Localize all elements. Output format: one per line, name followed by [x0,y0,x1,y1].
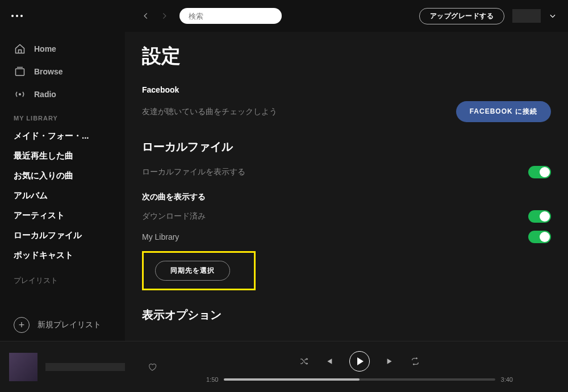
user-badge[interactable] [512,9,541,23]
search-input[interactable] [179,8,282,24]
downloaded-label: ダウンロード済み [142,211,206,222]
page-title: 設定 [142,43,551,69]
elapsed-time: 1:50 [206,376,218,383]
seek-bar[interactable] [224,378,495,381]
sidebar-item-label: Browse [34,67,63,76]
shuffle-icon[interactable] [299,357,308,366]
lib-liked-songs[interactable]: お気に入りの曲 [0,166,125,186]
svg-point-4 [19,93,21,95]
home-icon [14,43,26,55]
lib-podcasts[interactable]: ポッドキャスト [0,245,125,265]
sidebar-item-label: Home [34,44,56,53]
downloaded-toggle[interactable] [528,210,551,223]
browse-icon [14,66,26,77]
upgrade-button[interactable]: アップグレードする [419,8,505,24]
show-songs-heading: 次の曲を表示する [142,192,551,202]
local-files-heading: ローカルファイル [142,139,551,155]
plus-icon: + [14,317,30,333]
lib-made-for-you[interactable]: メイド・フォー・... [0,126,125,146]
nav-back-icon[interactable] [142,12,150,20]
lib-albums[interactable]: アルバム [0,186,125,206]
sidebar-item-radio[interactable]: Radio [0,83,125,106]
new-playlist-button[interactable]: + 新規プレイリスト [0,309,125,341]
sidebar-item-label: Radio [34,90,56,99]
facebook-desc: 友達が聴いている曲をチェックしよう [142,107,277,117]
new-playlist-label: 新規プレイリスト [37,320,101,330]
display-options-heading: 表示オプション [142,307,551,323]
show-local-files-toggle[interactable] [528,166,551,178]
like-button[interactable] [148,362,157,372]
album-art[interactable] [9,353,37,381]
lib-recently-played[interactable]: 最近再生した曲 [0,146,125,166]
previous-track-icon[interactable] [324,357,333,366]
sidebar-item-home[interactable]: Home [0,37,125,60]
radio-icon [14,89,26,100]
select-sync-target-button[interactable]: 同期先を選択 [155,261,230,281]
sync-highlight: 同期先を選択 [142,251,256,290]
repeat-icon[interactable] [411,357,420,366]
lib-artists[interactable]: アーティスト [0,206,125,226]
lib-local-files[interactable]: ローカルファイル [0,226,125,245]
nav-forward-icon[interactable] [160,12,168,20]
show-local-files-label: ローカルファイルを表示する [142,167,245,177]
play-button[interactable] [349,351,370,372]
menu-dots-icon[interactable] [11,15,23,17]
library-section-title: MY LIBRARY [0,106,125,126]
settings-page: 設定 Facebook 友達が聴いている曲をチェックしよう FACEBOOK に… [125,32,568,341]
playlist-section-title[interactable]: プレイリスト [0,265,125,290]
my-library-toggle[interactable] [528,231,551,243]
track-title[interactable] [45,363,125,371]
search-field[interactable] [189,12,284,20]
duration-time: 3:40 [501,376,513,383]
svg-rect-2 [16,69,24,76]
play-icon [357,357,364,365]
my-library-label: My Library [142,232,179,241]
sidebar-item-browse[interactable]: Browse [0,60,125,83]
user-menu-chevron-icon[interactable] [549,12,557,20]
facebook-connect-button[interactable]: FACEBOOK に接続 [456,101,551,122]
next-track-icon[interactable] [386,357,395,366]
facebook-section-label: Facebook [142,85,551,94]
